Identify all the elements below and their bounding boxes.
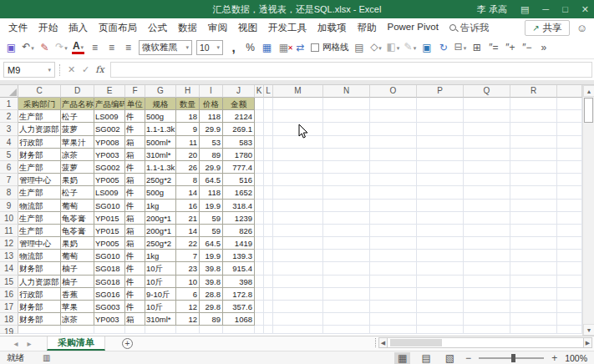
cell-extra-2[interactable] xyxy=(557,110,582,123)
cell-E17[interactable]: SG003 xyxy=(94,301,125,313)
cell-L3[interactable] xyxy=(264,123,273,135)
zoom-in-icon[interactable]: + xyxy=(551,352,557,364)
cell-I1[interactable]: 价格 xyxy=(200,98,223,110)
cell-P10[interactable] xyxy=(417,212,464,225)
cell-L18[interactable] xyxy=(264,313,273,326)
cell-J5[interactable]: 1780 xyxy=(223,149,255,161)
cell-G4[interactable]: 500ml* xyxy=(145,136,176,149)
cell-M7[interactable] xyxy=(273,174,323,186)
row-header-16[interactable]: 16 xyxy=(0,288,18,301)
cell-L10[interactable] xyxy=(264,212,273,225)
cell-O16[interactable] xyxy=(370,288,417,301)
cell-M19[interactable] xyxy=(273,326,323,334)
row-header-12[interactable]: 12 xyxy=(0,237,18,250)
ribbon-tab-11[interactable]: Power Pivot xyxy=(388,22,439,34)
cell-J15[interactable]: 398 xyxy=(223,276,255,288)
cell-E5[interactable]: YP003 xyxy=(94,149,125,161)
cell-C14[interactable]: 财务部 xyxy=(18,262,61,275)
share-button[interactable]: ↗ 共享 xyxy=(525,20,569,36)
cell-I12[interactable]: 64.5 xyxy=(200,237,223,250)
cell-Q12[interactable] xyxy=(464,237,510,250)
cell-H3[interactable]: 9 xyxy=(176,123,200,135)
merge-center-icon[interactable]: ▣ xyxy=(420,40,433,55)
cell-G7[interactable]: 250g*2 xyxy=(145,174,176,186)
cell-K8[interactable] xyxy=(255,186,264,199)
cell-F6[interactable]: 件 xyxy=(125,161,145,174)
cell-C19[interactable] xyxy=(18,326,61,334)
cell-N6[interactable] xyxy=(323,161,370,174)
zoom-slider[interactable] xyxy=(479,357,544,359)
cell-F14[interactable]: 件 xyxy=(125,262,145,275)
cell-C2[interactable]: 生产部 xyxy=(18,110,61,123)
cell-D13[interactable]: 葡萄 xyxy=(61,250,94,262)
row-header-11[interactable]: 11 xyxy=(0,225,18,237)
cell-J9[interactable]: 318.4 xyxy=(223,200,255,212)
cell-N5[interactable] xyxy=(323,149,370,161)
decimal-equal-icon[interactable]: ″= xyxy=(487,40,500,55)
cell-J3[interactable]: 269.1 xyxy=(223,123,255,135)
decrease-decimal-icon[interactable]: ″− xyxy=(520,40,533,55)
cell-extra-8[interactable] xyxy=(557,186,582,199)
column-header-N[interactable]: N xyxy=(323,85,370,98)
ribbon-tab-6[interactable]: 审阅 xyxy=(208,22,227,34)
cell-E16[interactable]: SG016 xyxy=(94,288,125,301)
cell-P7[interactable] xyxy=(417,174,464,186)
cell-L19[interactable] xyxy=(264,326,273,334)
cell-M17[interactable] xyxy=(273,301,323,313)
gridlines-checkbox-box[interactable] xyxy=(311,43,319,52)
cell-K6[interactable] xyxy=(255,161,264,174)
cell-E8[interactable]: LS009 xyxy=(94,186,125,199)
cell-O4[interactable] xyxy=(370,136,417,149)
cell-D11[interactable]: 龟苓膏 xyxy=(61,225,94,237)
cell-G11[interactable]: 200g*1 xyxy=(145,225,176,237)
font-color-icon[interactable]: A▾ xyxy=(72,42,84,54)
accessibility-icon[interactable]: ▥ xyxy=(43,353,50,362)
cell-D10[interactable]: 龟苓膏 xyxy=(61,212,94,225)
cell-G3[interactable]: 1.1-1.3k xyxy=(145,123,176,135)
cell-P17[interactable] xyxy=(417,301,464,313)
cell-E19[interactable] xyxy=(94,326,125,334)
cell-N16[interactable] xyxy=(323,288,370,301)
cell-G18[interactable]: 310ml* xyxy=(145,313,176,326)
cell-D1[interactable]: 产品名称 xyxy=(61,98,94,110)
cell-F2[interactable]: 件 xyxy=(125,110,145,123)
undo-icon[interactable]: ↶▾ xyxy=(22,39,34,56)
cell-I6[interactable]: 29.9 xyxy=(200,161,223,174)
cell-R3[interactable] xyxy=(510,123,557,135)
cell-N1[interactable] xyxy=(323,98,370,110)
column-header-R[interactable]: R xyxy=(510,85,557,98)
cell-R11[interactable] xyxy=(510,225,557,237)
horizontal-scroll-track[interactable] xyxy=(388,337,583,348)
cell-H8[interactable]: 14 xyxy=(176,186,200,199)
cell-J16[interactable]: 172.8 xyxy=(223,288,255,301)
cell-M18[interactable] xyxy=(273,313,323,326)
cell-C3[interactable]: 人力资源部 xyxy=(18,123,61,135)
cell-D7[interactable]: 果奶 xyxy=(61,174,94,186)
row-header-13[interactable]: 13 xyxy=(0,250,18,262)
cell-K16[interactable] xyxy=(255,288,264,301)
cell-F12[interactable]: 箱 xyxy=(125,237,145,250)
cell-C18[interactable]: 财务部 xyxy=(18,313,61,326)
horizontal-scroll-thumb[interactable] xyxy=(390,339,442,346)
cell-R17[interactable] xyxy=(510,301,557,313)
row-header-7[interactable]: 7 xyxy=(0,174,18,186)
cell-J2[interactable]: 2124 xyxy=(223,110,255,123)
cell-R12[interactable] xyxy=(510,237,557,250)
cell-F9[interactable]: 件 xyxy=(125,200,145,212)
cell-G10[interactable]: 200g*1 xyxy=(145,212,176,225)
formula-input[interactable] xyxy=(110,62,592,78)
cell-P12[interactable] xyxy=(417,237,464,250)
cell-R5[interactable] xyxy=(510,149,557,161)
cell-M1[interactable] xyxy=(273,98,323,110)
cell-F16[interactable]: 件 xyxy=(125,288,145,301)
cell-extra-4[interactable] xyxy=(557,136,582,149)
cell-extra-16[interactable] xyxy=(557,288,582,301)
cell-I9[interactable]: 19.9 xyxy=(200,200,223,212)
cell-L12[interactable] xyxy=(264,237,273,250)
cell-O5[interactable] xyxy=(370,149,417,161)
cell-P4[interactable] xyxy=(417,136,464,149)
cell-M10[interactable] xyxy=(273,212,323,225)
cell-E10[interactable]: YP015 xyxy=(94,212,125,225)
row-header-3[interactable]: 3 xyxy=(0,123,18,135)
cell-I15[interactable]: 39.8 xyxy=(200,276,223,288)
